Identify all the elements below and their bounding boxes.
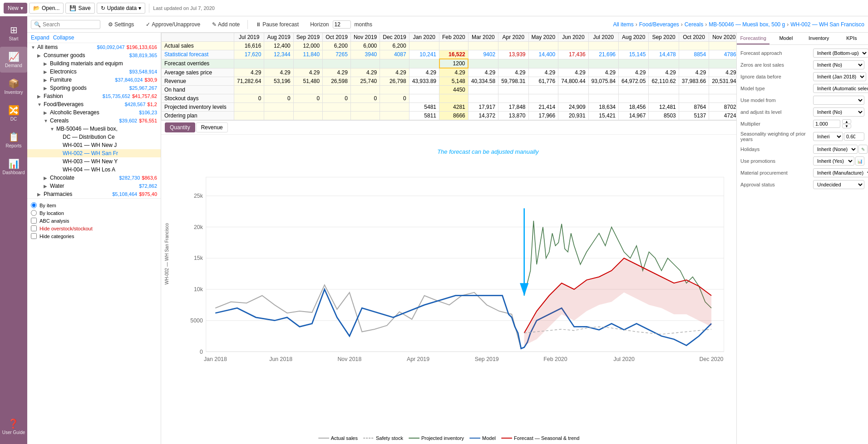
add-note-button[interactable]: ✎ Add note bbox=[208, 20, 244, 29]
tree-row-wh001[interactable]: WH-001 — WH New J bbox=[27, 141, 161, 149]
breadcrumb-all-items[interactable]: All items bbox=[613, 21, 633, 28]
tree-row-mb50046[interactable]: ▼ MB-50046 — Muesli box, bbox=[27, 125, 161, 133]
col-mar2020: Mar 2020 bbox=[468, 33, 498, 42]
tree-row-wh003[interactable]: WH-003 — WH New Y bbox=[27, 157, 161, 166]
tree-row-wh004[interactable]: WH-004 — WH Los A bbox=[27, 166, 161, 174]
tree-row-water[interactable]: ▶ Water $72,862 bbox=[27, 182, 161, 190]
zeros-select[interactable]: Inherit (No) bbox=[813, 60, 864, 69]
sidebar-item-reports[interactable]: 📋 Reports bbox=[0, 127, 27, 153]
model-type-select[interactable]: Inherit (Automatic selection) bbox=[813, 84, 868, 93]
tree-row-sporting[interactable]: ▶ Sporting goods $25,967,267 bbox=[27, 84, 161, 92]
check-abc-input[interactable] bbox=[31, 218, 37, 224]
tree-row-alcoholic[interactable]: ▶ Alcoholic Beverages $106,23 bbox=[27, 108, 161, 117]
tree-row-chocolate[interactable]: ▶ Chocolate $282,730 $863,6 bbox=[27, 174, 161, 182]
forecast-approach-select[interactable]: Inherit (Bottom-up) bbox=[813, 49, 868, 58]
radio-by-item-input[interactable] bbox=[31, 202, 37, 208]
tree-row-food[interactable]: ▼ Food/Beverages $428,567 $1,2 bbox=[27, 100, 161, 108]
approve-button[interactable]: ✓ Approve/Unapprove bbox=[142, 20, 204, 29]
sidebar-item-user-guide[interactable]: ❓ User Guide bbox=[0, 414, 27, 439]
tree-row-consumer[interactable]: ▶ Consumer goods $38,819,365 bbox=[27, 51, 161, 59]
field-ignore-control: Inherit (Jan 2018) bbox=[813, 72, 866, 81]
settings-button[interactable]: ⚙ Settings bbox=[104, 20, 138, 29]
tree-row-building[interactable]: ▶ Building materials and equipm bbox=[27, 59, 161, 68]
promotions-icon-btn[interactable]: 📊 bbox=[855, 156, 864, 166]
override-feb-cell[interactable]: 1200 bbox=[439, 59, 469, 68]
multiplier-down-btn[interactable]: ▼ bbox=[842, 124, 851, 128]
update-data-button[interactable]: ↻ Update data ▾ bbox=[97, 3, 145, 14]
open-button[interactable]: 📂 Open... bbox=[29, 3, 64, 14]
sidebar-item-dc[interactable]: 🔀 DC bbox=[0, 100, 27, 126]
save-button[interactable]: 💾 Save bbox=[65, 3, 94, 14]
right-tab-kpis[interactable]: KPIs bbox=[835, 33, 868, 44]
help-icon: ❓ bbox=[8, 418, 19, 429]
breadcrumb-cereals[interactable]: Cereals bbox=[685, 21, 703, 28]
chart-tab-quantity[interactable]: Quantity bbox=[165, 122, 195, 132]
holidays-edit-btn[interactable]: ✎ bbox=[858, 145, 868, 154]
tree-toggle-cereals[interactable]: ▼ bbox=[44, 118, 50, 123]
dropdown-arrow-icon[interactable]: ▾ bbox=[20, 5, 23, 11]
tree-toggle-alcoholic[interactable]: ▶ bbox=[44, 110, 50, 115]
right-tab-forecasting[interactable]: Forecasting bbox=[737, 33, 769, 44]
tree-toggle-mb50046[interactable]: ▼ bbox=[50, 127, 56, 132]
check-overstock[interactable]: Hide overstock/stockout bbox=[31, 225, 157, 231]
radio-by-location-input[interactable] bbox=[31, 210, 37, 216]
tree-row-pharmacies[interactable]: ▶ Pharmacies $5,108,464 $975,40 bbox=[27, 190, 161, 198]
tree-toggle-furniture[interactable]: ▶ bbox=[44, 78, 50, 83]
data-grid-wrap[interactable]: Jul 2019 Aug 2019 Sep 2019 Oct 2019 Nov … bbox=[161, 33, 736, 121]
holidays-select[interactable]: Inherit (None) bbox=[813, 145, 858, 154]
seasonality-value-input[interactable] bbox=[844, 132, 864, 141]
material-select[interactable]: Inherit (Manufacture) bbox=[813, 168, 868, 177]
new-button[interactable]: New ▾ bbox=[4, 3, 27, 14]
tree-row-wh002[interactable]: WH-002 — WH San Fr bbox=[27, 149, 161, 157]
tree-toggle-sporting[interactable]: ▶ bbox=[44, 86, 50, 91]
multiplier-up-btn[interactable]: ▲ bbox=[842, 119, 851, 124]
tree-row-furniture[interactable]: ▶ Furniture $37,846,024 $30,9 bbox=[27, 76, 161, 84]
collapse-link[interactable]: Collapse bbox=[53, 34, 74, 41]
check-categories-input[interactable] bbox=[31, 233, 37, 239]
breadcrumb-mb50046[interactable]: MB-50046 — Muesli box, 500 g bbox=[709, 21, 785, 28]
update-dropdown-icon[interactable]: ▾ bbox=[138, 5, 141, 11]
tree-toggle-building[interactable]: ▶ bbox=[44, 61, 50, 66]
tree-row-all[interactable]: ▼ All items $60,092,047 $196,133,616 bbox=[27, 43, 161, 51]
radio-by-item[interactable]: By item bbox=[31, 202, 157, 208]
pause-forecast-button[interactable]: ⏸ Pause forecast bbox=[252, 20, 303, 29]
expand-link[interactable]: Expand bbox=[31, 34, 49, 41]
chart-tab-revenue[interactable]: Revenue bbox=[196, 122, 228, 132]
adjust-level-select[interactable]: Inherit (No) bbox=[813, 107, 864, 117]
tree-toggle-all[interactable]: ▼ bbox=[31, 45, 37, 50]
search-icon: 🔍 bbox=[34, 21, 41, 28]
tree-toggle-chocolate[interactable]: ▶ bbox=[44, 176, 50, 181]
tree-toggle-food[interactable]: ▼ bbox=[37, 102, 44, 107]
promotions-select[interactable]: Inherit (Yes) bbox=[813, 156, 854, 166]
check-overstock-input[interactable] bbox=[31, 225, 37, 231]
tree-toggle-pharmacies[interactable]: ▶ bbox=[37, 192, 44, 197]
horizon-input[interactable] bbox=[333, 20, 351, 29]
tree-toggle-water[interactable]: ▶ bbox=[44, 184, 50, 189]
tree-toggle-fashion[interactable]: ▶ bbox=[37, 94, 44, 99]
col-sep2019: Sep 2019 bbox=[293, 33, 322, 42]
use-model-select[interactable] bbox=[813, 96, 864, 105]
check-categories[interactable]: Hide categories bbox=[31, 233, 157, 239]
tree-row-cereals[interactable]: ▼ Cereals $39,602 $76,551 bbox=[27, 117, 161, 125]
right-tab-inventory[interactable]: Inventory bbox=[803, 33, 835, 44]
breadcrumb-food[interactable]: Food/Beverages bbox=[639, 21, 679, 28]
sidebar-item-dashboard[interactable]: 📊 Dashboard bbox=[0, 154, 27, 180]
tree-row-fashion[interactable]: ▶ Fashion $15,735,652 $41,757,62 bbox=[27, 92, 161, 100]
tree-row-dc[interactable]: DC — Distribution Ce bbox=[27, 133, 161, 141]
ignore-data-select[interactable]: Inherit (Jan 2018) bbox=[813, 72, 866, 81]
search-box[interactable]: 🔍 bbox=[31, 20, 100, 29]
breadcrumb-wh002[interactable]: WH-002 — WH San Francisco bbox=[790, 21, 864, 28]
tree-toggle-electronics[interactable]: ▶ bbox=[44, 69, 50, 74]
tree-toggle-consumer[interactable]: ▶ bbox=[37, 53, 44, 58]
multiplier-input[interactable] bbox=[813, 120, 840, 128]
approval-select[interactable]: Undecided bbox=[813, 180, 864, 189]
seasonality-select[interactable]: Inheri bbox=[813, 132, 843, 141]
sidebar-item-inventory[interactable]: 📦 Inventory bbox=[0, 73, 27, 99]
right-tab-model[interactable]: Model bbox=[769, 33, 802, 44]
radio-by-location[interactable]: By location bbox=[31, 210, 157, 216]
sidebar-item-demand[interactable]: 📈 Demand bbox=[0, 47, 27, 73]
tree-row-electronics[interactable]: ▶ Electronics $93,548,914 bbox=[27, 68, 161, 76]
search-input[interactable] bbox=[43, 21, 97, 28]
check-abc[interactable]: ABC analysis bbox=[31, 218, 157, 224]
sidebar-item-start[interactable]: ⊞ Start bbox=[0, 20, 27, 46]
